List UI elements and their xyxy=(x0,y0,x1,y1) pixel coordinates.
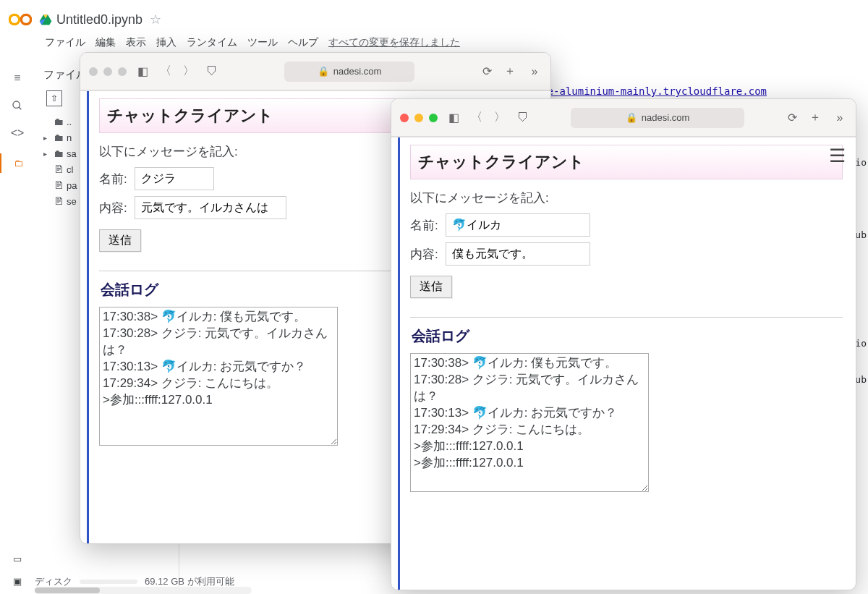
new-tab-icon[interactable]: ＋ xyxy=(503,64,517,79)
menu-insert[interactable]: 挿入 xyxy=(156,36,176,49)
svg-point-0 xyxy=(9,14,19,24)
traffic-lights[interactable] xyxy=(89,67,127,76)
address-text: nadesi.com xyxy=(333,66,381,77)
forward-icon[interactable]: 〉 xyxy=(493,111,507,125)
log-textarea[interactable]: 17:30:38> 🐬イルカ: 僕も元気です。 17:30:28> クジラ: 元… xyxy=(99,307,338,446)
send-button[interactable]: 送信 xyxy=(99,229,141,252)
menu-view[interactable]: 表示 xyxy=(126,36,146,49)
snippet-icon[interactable]: ▭ xyxy=(13,553,22,564)
shield-icon[interactable]: ⛉ xyxy=(516,111,530,125)
lock-icon: 🔒 xyxy=(626,112,637,123)
sidebar-icon[interactable]: ◧ xyxy=(446,111,461,125)
content-label: 内容: xyxy=(99,200,127,216)
back-icon[interactable]: 〈 xyxy=(469,111,484,125)
code-icon[interactable]: <> xyxy=(10,126,25,140)
tabs-icon[interactable]: » xyxy=(527,64,542,79)
new-tab-icon[interactable]: ＋ xyxy=(808,111,822,125)
name-input[interactable] xyxy=(135,167,214,190)
svg-line-6 xyxy=(19,107,21,109)
hamburger-icon[interactable]: ☰ xyxy=(829,145,846,167)
reload-icon[interactable]: ⟳ xyxy=(785,111,799,125)
folder-icon[interactable]: 🗀 xyxy=(0,153,35,173)
content-input[interactable] xyxy=(135,196,286,219)
lock-icon: 🔒 xyxy=(318,66,329,77)
sidebar-icon[interactable]: ◧ xyxy=(135,64,150,79)
back-icon[interactable]: 〈 xyxy=(158,64,173,79)
menu-tools[interactable]: ツール xyxy=(247,36,278,49)
content-input[interactable] xyxy=(446,242,590,266)
menu-file[interactable]: ファイル xyxy=(45,36,85,49)
left-rail: ≡ <> 🗀 xyxy=(0,58,35,572)
forward-icon[interactable]: 〉 xyxy=(182,64,196,79)
chat-title: チャットクライアント xyxy=(410,145,843,179)
svg-point-1 xyxy=(21,14,30,24)
menu-runtime[interactable]: ランタイム xyxy=(187,36,237,49)
log-textarea[interactable]: 17:30:38> 🐬イルカ: 僕も元気です。 17:30:28> クジラ: 元… xyxy=(410,353,649,492)
search-icon[interactable] xyxy=(10,98,25,113)
address-bar[interactable]: 🔒 nadesi.com xyxy=(571,108,744,128)
content-label: 内容: xyxy=(410,246,438,263)
safari-window-2: ◧ 〈 〉 ⛉ 🔒 nadesi.com ⟳ ＋ » ☰ チャットクライアント … xyxy=(391,98,856,590)
name-label: 名前: xyxy=(410,217,438,234)
partial-code: io ub io ub xyxy=(855,145,867,398)
instructions: 以下にメッセージを記入: xyxy=(410,190,843,206)
terminal-icon[interactable]: ▣ xyxy=(13,576,22,587)
svg-point-5 xyxy=(13,101,20,108)
address-text: nadesi.com xyxy=(642,112,689,123)
save-status: すべての変更を保存しました xyxy=(328,36,460,49)
cloudflare-url[interactable]: e-aluminium-mainly.trycloudflare.com xyxy=(548,85,767,97)
toc-icon[interactable]: ≡ xyxy=(10,71,25,85)
colab-header: Untitled0.ipynb ☆ xyxy=(0,0,868,35)
name-label: 名前: xyxy=(99,171,127,187)
send-button[interactable]: 送信 xyxy=(410,276,452,298)
address-bar[interactable]: 🔒 nadesi.com xyxy=(284,61,414,82)
horizontal-scrollbar[interactable] xyxy=(35,587,252,594)
safari-toolbar: ◧ 〈 〉 ⛉ 🔒 nadesi.com ⟳ ＋ » xyxy=(80,53,550,90)
colab-logo-icon xyxy=(9,8,32,31)
tabs-icon[interactable]: » xyxy=(833,111,847,125)
divider xyxy=(410,317,843,318)
star-icon[interactable]: ☆ xyxy=(150,12,161,27)
upload-icon[interactable]: ⇧ xyxy=(46,90,62,106)
safari-toolbar: ◧ 〈 〉 ⛉ 🔒 nadesi.com ⟳ ＋ » xyxy=(391,99,856,137)
reload-icon[interactable]: ⟳ xyxy=(480,64,494,79)
menu-edit[interactable]: 編集 xyxy=(95,36,116,49)
document-title[interactable]: Untitled0.ipynb xyxy=(56,12,142,27)
log-title: 会話ログ xyxy=(410,323,843,353)
menu-help[interactable]: ヘルプ xyxy=(288,36,318,49)
shield-icon[interactable]: ⛉ xyxy=(205,64,219,79)
name-input[interactable] xyxy=(446,213,590,237)
drive-icon xyxy=(39,13,52,26)
traffic-lights[interactable] xyxy=(400,114,438,122)
